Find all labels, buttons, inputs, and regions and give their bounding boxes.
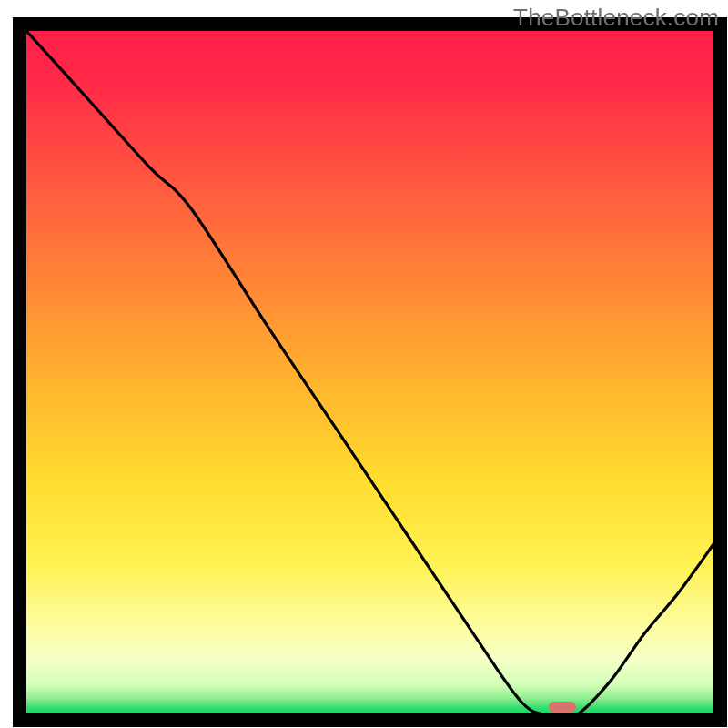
svg-rect-2 (13, 17, 26, 727)
optimum-marker (549, 702, 576, 713)
watermark-label: TheBottleneck.com (513, 4, 719, 32)
gradient-background (26, 31, 713, 715)
svg-rect-1 (13, 713, 727, 727)
chart-container: TheBottleneck.com (0, 0, 728, 728)
svg-rect-3 (713, 17, 727, 727)
bottleneck-chart (0, 0, 728, 728)
